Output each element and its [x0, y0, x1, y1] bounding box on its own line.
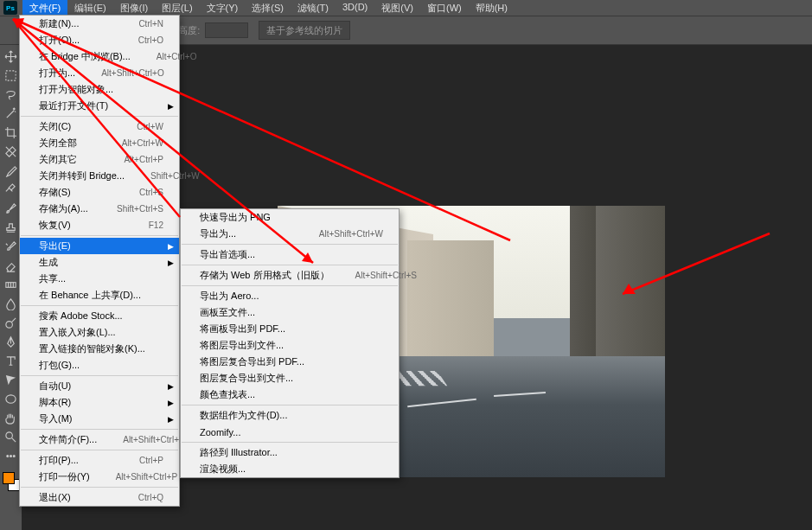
- file-item-26[interactable]: 脚本(R)▶: [20, 394, 179, 411]
- file-item-20[interactable]: 搜索 Adobe Stock...: [20, 308, 179, 324]
- file-item-9[interactable]: 关闭其它Alt+Ctrl+P: [20, 151, 179, 168]
- menu-label: 自动(U): [39, 380, 71, 393]
- zoom-tool[interactable]: [3, 428, 20, 445]
- menu-6[interactable]: 滤镜(T): [291, 0, 336, 16]
- export-item-9[interactable]: 将画板导出到 PDF...: [181, 321, 399, 337]
- file-item-34[interactable]: 退出(X)Ctrl+Q: [20, 489, 179, 506]
- menu-label: 打开(O)...: [39, 34, 80, 47]
- hand-tool[interactable]: [3, 409, 20, 426]
- marquee-tool[interactable]: [3, 67, 20, 84]
- file-item-0[interactable]: 新建(N)...Ctrl+N: [20, 16, 179, 32]
- shortcut: Alt+Shift+Ctrl+W: [319, 229, 383, 239]
- export-item-16[interactable]: Zoomify...: [181, 424, 399, 440]
- menu-label: 关闭(C): [39, 120, 71, 133]
- file-item-17[interactable]: 共享...: [20, 271, 179, 287]
- lasso-tool[interactable]: [3, 86, 20, 103]
- menu-7[interactable]: 3D(D): [336, 0, 374, 16]
- export-item-1[interactable]: 导出为...Alt+Shift+Ctrl+W: [181, 226, 399, 242]
- separator: [182, 442, 398, 443]
- brush-tool[interactable]: [3, 200, 20, 217]
- export-item-5[interactable]: 存储为 Web 所用格式（旧版）Alt+Shift+Ctrl+S: [181, 267, 399, 284]
- file-item-32[interactable]: 打印一份(Y)Alt+Shift+Ctrl+P: [20, 469, 179, 485]
- wand-tool[interactable]: [3, 105, 20, 122]
- blur-tool[interactable]: [3, 295, 20, 312]
- file-item-31[interactable]: 打印(P)...Ctrl+P: [20, 452, 179, 469]
- file-item-18[interactable]: 在 Behance 上共享(D)...: [20, 287, 179, 303]
- menu-10[interactable]: 帮助(H): [469, 0, 515, 16]
- move-tool[interactable]: [3, 48, 20, 65]
- export-item-0[interactable]: 快速导出为 PNG: [181, 209, 399, 226]
- eyedropper-tool[interactable]: [3, 162, 20, 179]
- export-item-7[interactable]: 导出为 Aero...: [181, 288, 399, 304]
- more-tools[interactable]: [3, 447, 20, 464]
- file-item-13[interactable]: 恢复(V)F12: [20, 217, 179, 233]
- menu-4[interactable]: 文字(Y): [200, 0, 246, 16]
- file-item-3[interactable]: 打开为...Alt+Shift+Ctrl+O: [20, 65, 179, 81]
- foreground-color[interactable]: [3, 472, 15, 484]
- menu-2[interactable]: 图像(I): [113, 0, 155, 16]
- export-item-15[interactable]: 数据组作为文件(D)...: [181, 407, 399, 424]
- export-item-13[interactable]: 颜色查找表...: [181, 386, 399, 403]
- path-tool[interactable]: [3, 371, 20, 388]
- file-item-25[interactable]: 自动(U)▶: [20, 378, 179, 394]
- gradient-tool[interactable]: [3, 276, 20, 293]
- type-tool[interactable]: [3, 352, 20, 369]
- crop-tool[interactable]: [3, 124, 20, 141]
- file-item-11[interactable]: 存储(S)Ctrl+S: [20, 184, 179, 201]
- stamp-tool[interactable]: [3, 219, 20, 236]
- history-brush-tool[interactable]: [3, 238, 20, 255]
- menu-label: 路径到 Illustrator...: [200, 446, 278, 459]
- menu-label: 生成: [39, 256, 58, 269]
- file-item-21[interactable]: 置入嵌入对象(L)...: [20, 324, 179, 341]
- guide-slice-button[interactable]: 基于参考线的切片: [259, 21, 350, 40]
- file-item-8[interactable]: 关闭全部Alt+Ctrl+W: [20, 135, 179, 151]
- color-swatches[interactable]: [3, 472, 20, 491]
- separator: [21, 235, 178, 236]
- export-item-19[interactable]: 渲染视频...: [181, 461, 399, 477]
- menu-0[interactable]: 文件(F): [22, 0, 67, 16]
- submenu-arrow-icon: ▶: [168, 102, 174, 111]
- dodge-tool[interactable]: [3, 314, 20, 331]
- menu-1[interactable]: 编辑(E): [67, 0, 113, 16]
- menu-label: 将图层导出到文件...: [200, 339, 284, 352]
- export-item-12[interactable]: 图层复合导出到文件...: [181, 370, 399, 386]
- heal-tool[interactable]: [3, 181, 20, 198]
- file-item-7[interactable]: 关闭(C)Ctrl+W: [20, 118, 179, 135]
- shortcut: Alt+Ctrl+O: [157, 52, 197, 61]
- file-item-1[interactable]: 打开(O)...Ctrl+O: [20, 32, 179, 48]
- file-item-23[interactable]: 打包(G)...: [20, 357, 179, 374]
- file-item-10[interactable]: 关闭并转到 Bridge...Shift+Ctrl+W: [20, 168, 179, 184]
- submenu-arrow-icon: ▶: [168, 399, 174, 407]
- file-item-27[interactable]: 导入(M)▶: [20, 411, 179, 427]
- export-item-3[interactable]: 导出首选项...: [181, 246, 399, 263]
- file-item-5[interactable]: 最近打开文件(T)▶: [20, 98, 179, 114]
- file-item-2[interactable]: 在 Bridge 中浏览(B)...Alt+Ctrl+O: [20, 48, 179, 65]
- export-item-10[interactable]: 将图层导出到文件...: [181, 337, 399, 354]
- menu-5[interactable]: 选择(S): [245, 0, 291, 16]
- menu-label: 快速导出为 PNG: [200, 211, 271, 224]
- eraser-tool[interactable]: [3, 257, 20, 274]
- menu-label: 置入链接的智能对象(K)...: [39, 342, 145, 355]
- svg-rect-0: [6, 70, 16, 80]
- menu-9[interactable]: 窗口(W): [420, 0, 469, 16]
- pen-tool[interactable]: [3, 333, 20, 350]
- export-item-18[interactable]: 路径到 Illustrator...: [181, 444, 399, 461]
- height-input[interactable]: [205, 22, 248, 38]
- shortcut: Alt+Ctrl+W: [122, 138, 163, 148]
- shape-tool[interactable]: [3, 390, 20, 407]
- export-item-11[interactable]: 将图层复合导出到 PDF...: [181, 354, 399, 370]
- menu-label: 搜索 Adobe Stock...: [39, 310, 123, 322]
- file-item-22[interactable]: 置入链接的智能对象(K)...: [20, 341, 179, 357]
- file-item-4[interactable]: 打开为智能对象...: [20, 81, 179, 98]
- menu-8[interactable]: 视图(V): [374, 0, 420, 16]
- file-item-16[interactable]: 生成▶: [20, 254, 179, 271]
- slice-tool[interactable]: [3, 143, 20, 160]
- file-item-29[interactable]: 文件简介(F)...Alt+Shift+Ctrl+I: [20, 431, 179, 448]
- export-item-8[interactable]: 画板至文件...: [181, 304, 399, 321]
- menu-label: 共享...: [39, 272, 66, 285]
- file-item-15[interactable]: 导出(E)▶: [20, 238, 179, 254]
- menu-label: 颜色查找表...: [200, 388, 255, 401]
- menu-3[interactable]: 图层(L): [155, 0, 199, 16]
- file-item-12[interactable]: 存储为(A)...Shift+Ctrl+S: [20, 201, 179, 217]
- submenu-arrow-icon: ▶: [168, 415, 174, 424]
